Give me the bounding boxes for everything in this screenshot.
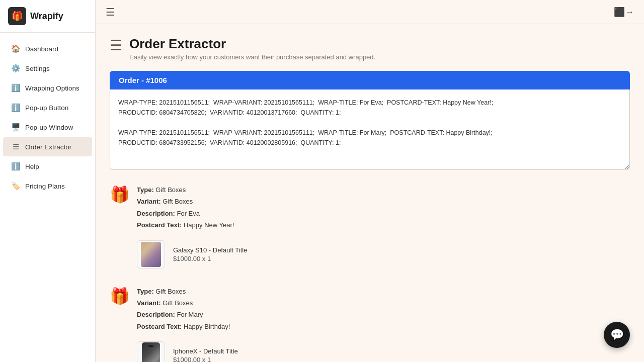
topbar-left: ☰ [106, 6, 115, 18]
description-label: Description: [137, 210, 175, 217]
wrap-details-2: Type: Gift Boxes Variant: Gift Boxes Des… [137, 286, 230, 333]
description-label-2: Description: [137, 311, 175, 318]
sidebar-label-help: Help [25, 163, 39, 170]
pricing-plans-icon: 🏷️ [11, 182, 20, 191]
order-raw-textarea[interactable]: WRAP-TYPE: 20215101156511; WRAP-VARIANT:… [110, 89, 630, 170]
gift-box-icon-2: 🎁 [110, 287, 130, 306]
chat-icon: 💬 [610, 328, 624, 341]
product-thumb-2 [137, 341, 165, 362]
chat-button[interactable]: 💬 [604, 322, 630, 348]
sidebar-label-popup-window: Pop-up Window [25, 124, 73, 131]
main-area: ☰ ⬛→ ☰ Order Extractor Easily view exact… [96, 0, 644, 362]
item1-description: For Eva [177, 210, 200, 217]
content-area: ☰ Order Extractor Easily view exactly ho… [96, 24, 644, 362]
sidebar-item-popup-button[interactable]: ℹ️ Pop-up Button [3, 98, 92, 117]
sidebar-label-popup-button: Pop-up Button [25, 104, 68, 112]
settings-icon: ⚙️ [11, 64, 20, 73]
item-wrap-info-1: 🎁 Type: Gift Boxes Variant: Gift Boxes D… [110, 184, 630, 231]
item1-variant: Gift Boxes [163, 198, 193, 205]
sidebar-item-order-extractor[interactable]: ☰ Order Extractor [3, 137, 92, 156]
item2-type: Gift Boxes [155, 288, 186, 295]
sidebar: 🎁 Wrapify 🏠 Dashboard ⚙️ Settings ℹ️ Wra… [0, 0, 96, 362]
variant-label: Variant: [137, 198, 161, 205]
product-row-2: IphoneX - Default Title $1000.00 x 1 [137, 338, 630, 362]
sidebar-item-help[interactable]: ℹ️ Help [3, 157, 92, 176]
item2-variant: Gift Boxes [163, 299, 193, 307]
variant-label-2: Variant: [137, 299, 161, 307]
order-extractor-icon: ☰ [11, 142, 20, 151]
item1-type: Gift Boxes [155, 186, 186, 194]
sidebar-label-order-extractor: Order Extractor [25, 143, 71, 151]
postcard-label: Postcard Text: [137, 221, 182, 229]
sidebar-label-dashboard: Dashboard [25, 45, 58, 53]
sidebar-nav: 🏠 Dashboard ⚙️ Settings ℹ️ Wrapping Opti… [0, 33, 95, 362]
logo-icon: 🎁 [8, 7, 26, 25]
gift-box-icon-1: 🎁 [110, 185, 130, 204]
sidebar-item-popup-window[interactable]: 🖥️ Pop-up Window [3, 118, 92, 137]
sidebar-label-wrapping-options: Wrapping Options [25, 84, 79, 92]
product-info-2: IphoneX - Default Title $1000.00 x 1 [173, 347, 238, 362]
page-title: Order Extractor [129, 36, 375, 52]
popup-window-icon: 🖥️ [11, 123, 20, 132]
sidebar-item-pricing-plans[interactable]: 🏷️ Pricing Plans [3, 176, 92, 196]
galaxy-phone-image [141, 242, 161, 267]
sidebar-logo[interactable]: 🎁 Wrapify [0, 0, 95, 33]
type-label-2: Type: [137, 288, 154, 295]
item1-postcard: Happy New Year! [184, 221, 234, 229]
type-label: Type: [137, 186, 154, 194]
sidebar-label-pricing-plans: Pricing Plans [25, 183, 65, 190]
wrapping-options-icon: ℹ️ [11, 83, 20, 93]
product-name-1: Galaxy S10 - Default Title [173, 246, 247, 254]
help-icon: ℹ️ [11, 162, 20, 171]
wrap-details-1: Type: Gift Boxes Variant: Gift Boxes Des… [137, 184, 234, 231]
product-row-1: Galaxy S10 - Default Title $1000.00 x 1 [137, 237, 630, 272]
item2-description: For Mary [177, 311, 203, 318]
order-items: 🎁 Type: Gift Boxes Variant: Gift Boxes D… [110, 184, 630, 362]
postcard-label-2: Postcard Text: [137, 323, 182, 330]
order-item-group-2: 🎁 Type: Gift Boxes Variant: Gift Boxes D… [110, 286, 630, 362]
page-header-icon: ☰ [110, 37, 122, 54]
iphone-image [142, 342, 160, 362]
popup-button-icon: ℹ️ [11, 103, 20, 112]
product-info-1: Galaxy S10 - Default Title $1000.00 x 1 [173, 246, 247, 262]
product-price-1: $1000.00 x 1 [173, 255, 247, 262]
topbar: ☰ ⬛→ [96, 0, 644, 24]
sidebar-item-wrapping-options[interactable]: ℹ️ Wrapping Options [3, 78, 92, 98]
page-subtitle: Easily view exactly how your customers w… [129, 53, 375, 61]
item-wrap-info-2: 🎁 Type: Gift Boxes Variant: Gift Boxes D… [110, 286, 630, 333]
product-name-2: IphoneX - Default Title [173, 347, 238, 355]
product-thumb-1 [137, 240, 165, 268]
sidebar-label-settings: Settings [25, 65, 50, 72]
app-name: Wrapify [30, 11, 63, 22]
product-price-2: $1000.00 x 1 [173, 356, 238, 362]
exit-icon[interactable]: ⬛→ [614, 7, 634, 18]
sidebar-item-dashboard[interactable]: 🏠 Dashboard [3, 39, 92, 58]
item2-postcard: Happy Birthday! [184, 323, 230, 330]
page-header: ☰ Order Extractor Easily view exactly ho… [110, 36, 630, 61]
sidebar-item-settings[interactable]: ⚙️ Settings [3, 59, 92, 78]
order-banner: Order - #1006 [110, 71, 630, 89]
hamburger-icon[interactable]: ☰ [106, 6, 115, 18]
order-item-group-1: 🎁 Type: Gift Boxes Variant: Gift Boxes D… [110, 184, 630, 272]
dashboard-icon: 🏠 [11, 44, 20, 53]
